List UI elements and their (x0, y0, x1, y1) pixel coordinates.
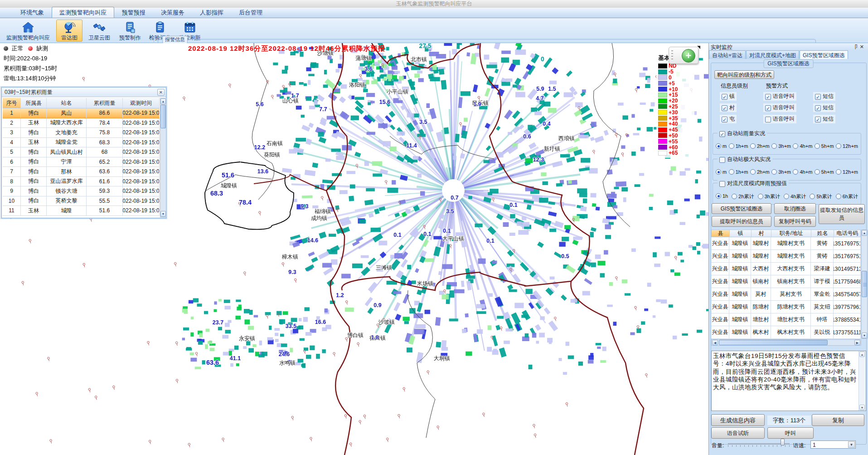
contacts-col-header[interactable]: 电话号码 (834, 230, 861, 237)
radio-icon[interactable] (732, 194, 737, 199)
tab-gis-select[interactable]: GIS预警区域圈选 (800, 50, 848, 59)
option-group-label[interactable]: ✓自动站极大风实况 (718, 156, 772, 163)
close-icon[interactable]: ✕ (860, 44, 866, 49)
rain-col-header[interactable]: 序号 (3, 98, 21, 108)
radio-icon[interactable] (716, 193, 721, 199)
checkbox-icon[interactable]: ✓ (815, 94, 821, 100)
gis-select-button[interactable]: GIS预警区域圈选 (712, 203, 771, 214)
radio-icon[interactable] (836, 169, 841, 175)
contacts-vscrollbar[interactable]: ▲ ▼ (861, 230, 868, 339)
tab-autostation-radar[interactable]: 自动站+雷达 (709, 50, 746, 59)
call-button[interactable]: 呼叫 (767, 427, 814, 439)
level-checkbox[interactable]: ✓村 (720, 103, 737, 112)
contacts-col-header[interactable]: 县 (712, 230, 730, 237)
option-radio[interactable]: 12h+m (836, 169, 858, 175)
menu-tab-decision[interactable]: 决策服务 (153, 7, 192, 18)
rain-table-row[interactable]: 11玉林城隍51.62022-08-19 15:00 (3, 206, 160, 216)
toolbar-home-button[interactable]: 监测预警靶向叫应 (3, 20, 53, 42)
contacts-row[interactable]: 兴业县城隍镇城隍村城隍村支书黄铸1351769751 (711, 250, 861, 263)
checkbox-icon[interactable]: ✓ (722, 94, 727, 100)
option-group-label[interactable]: ✓对流尺度模式降雨预报值 (718, 180, 789, 187)
checkbox-icon[interactable]: ✓ (722, 105, 727, 111)
contacts-row[interactable]: 兴业县城隍镇城隍村城隍村支书黄铸1351769751 (711, 237, 861, 250)
radio-icon[interactable] (836, 194, 841, 199)
voice-call-checkbox[interactable]: ✓语音呼叫 (763, 103, 796, 112)
option-radio[interactable]: 4h+m (793, 169, 812, 175)
rain-table-window-title[interactable]: 03时~15时累积雨量 (2, 88, 166, 97)
rain-col-header[interactable]: 累积雨量 (87, 98, 123, 108)
checkbox-icon[interactable]: ✓ (765, 105, 771, 111)
warning-message-text[interactable]: 玉林市气象台19日5时15分发布暴雨橙色预警信号：4时以来兴业县城隍大西水库已出… (711, 351, 866, 411)
radar-map[interactable]: 2022-08-19 12时36分至2022-08-19 12时46分累积降水预… (0, 43, 708, 455)
level-checkbox[interactable]: ✓屯 (720, 115, 737, 123)
zoom-in-button[interactable]: + (682, 49, 695, 63)
radio-icon[interactable] (750, 143, 756, 149)
generate-message-button[interactable]: 生成信息内容 (711, 414, 765, 426)
radio-icon[interactable] (771, 143, 777, 149)
toolbar-radar-button[interactable]: 雷达图 (56, 20, 82, 42)
checkbox-icon[interactable]: ✓ (815, 105, 821, 111)
radio-icon[interactable] (729, 143, 734, 149)
cancel-select-button[interactable]: 取消圈选 (774, 203, 816, 214)
menu-tab-monitor[interactable]: 监测预警靶向叫应 (52, 7, 114, 18)
radio-icon[interactable] (729, 169, 734, 175)
checkbox-icon[interactable]: ✓ (765, 117, 771, 122)
voice-call-checkbox[interactable]: ✓语音呼叫 (763, 115, 796, 123)
option-radio[interactable]: 5h+m (815, 169, 834, 175)
volume-slider[interactable] (728, 441, 790, 449)
menu-tab-env[interactable]: 环境气象 (13, 7, 52, 18)
pin-icon[interactable]: 卩 (853, 44, 860, 49)
copy-button[interactable]: 复制 (812, 414, 864, 426)
option-radio[interactable]: 12h+m (836, 143, 858, 149)
toolbar-warning-make-button[interactable]: 预警制作 (116, 20, 144, 42)
rain-table-row[interactable]: 7博白那林63.62022-08-19 15:00 (3, 167, 160, 177)
level-checkbox[interactable]: ✓镇 (720, 92, 737, 101)
radio-icon[interactable] (784, 194, 789, 199)
option-radio[interactable]: 3h累计 (758, 193, 780, 200)
rain-col-header[interactable]: 观测时间 (123, 98, 160, 108)
radio-icon[interactable] (815, 143, 820, 149)
group-checkbox-icon[interactable]: ✓ (719, 181, 725, 187)
option-radio[interactable]: 4h+m (793, 143, 812, 149)
option-radio[interactable]: 1h (716, 193, 728, 200)
tab-convective-map[interactable]: 对流尺度模式+地图 (746, 50, 799, 59)
contacts-row[interactable]: 兴业县城隍镇枫木村枫木村支书吴以悦1373755111 (711, 326, 861, 339)
checkbox-icon[interactable]: ✓ (722, 117, 727, 122)
contacts-row[interactable]: 兴业县城隍镇镇南村镇南村支书谭于模1517759468 (711, 275, 861, 288)
close-icon[interactable]: ✕ (157, 89, 165, 96)
radio-icon[interactable] (836, 143, 841, 149)
voice-call-checkbox[interactable]: ✓语音呼叫 (763, 92, 796, 101)
option-radio[interactable]: 4h累计 (784, 193, 806, 200)
radio-icon[interactable] (771, 169, 777, 175)
radio-icon[interactable] (815, 169, 820, 175)
contacts-col-header[interactable]: 姓名 (811, 230, 834, 237)
copy-numbers-button[interactable]: 复制呼叫号码 (774, 216, 816, 227)
menu-tab-admin[interactable]: 后台管理 (231, 7, 270, 18)
rain-table-row[interactable]: 9博白顿谷大塘59.32022-08-19 15:00 (3, 186, 160, 196)
chevron-down-icon[interactable]: ▼ (848, 441, 855, 448)
radio-icon[interactable] (750, 169, 756, 175)
rain-table-scrollbar[interactable]: ▲ ▼ (160, 98, 166, 217)
rain-table-row[interactable]: 6博白宁潭65.22022-08-19 15:00 (3, 157, 160, 167)
radio-icon[interactable] (810, 194, 815, 199)
contacts-row[interactable]: 兴业县城隍镇莫村莫村支书覃金乾1345754057 (711, 288, 861, 301)
checkbox-icon[interactable]: ✓ (765, 94, 771, 100)
option-radio[interactable]: 6h累计 (836, 193, 858, 200)
option-group-label[interactable]: ✓自动站雨量实况 (718, 130, 767, 137)
message-scrollbar[interactable]: ▲ ▼ (858, 351, 865, 411)
rain-table-row[interactable]: 5博白凤山镇凤山村682022-08-19 15:00 (3, 147, 160, 157)
speed-combobox[interactable]: 1 ▼ (810, 440, 856, 449)
rain-table-row[interactable]: 1博白凤山86.62022-08-19 15:00 (3, 108, 160, 118)
sms-checkbox[interactable]: ✓短信 (813, 103, 835, 112)
option-radio[interactable]: 2h累计 (732, 193, 754, 200)
option-radio[interactable]: 2h+m (750, 143, 770, 149)
sms-checkbox[interactable]: ✓短信 (813, 115, 835, 123)
volume-slider-thumb[interactable] (781, 439, 785, 445)
level-method-button[interactable]: 靶向叫应的级别和方式 (714, 70, 774, 79)
contacts-row[interactable]: 兴业县城隍镇塘肚村塘肚村支书钟塔1378855341 (711, 313, 861, 326)
contacts-col-header[interactable]: 镇 (730, 230, 752, 237)
contacts-row[interactable]: 兴业县城隍镇陈塘村陈塘村支书莫文绍1397757961 (711, 301, 861, 313)
option-radio[interactable]: 3h+m (771, 169, 791, 175)
contacts-hscrollbar[interactable]: ◀ ▶ (711, 339, 861, 346)
radio-icon[interactable] (793, 169, 798, 175)
